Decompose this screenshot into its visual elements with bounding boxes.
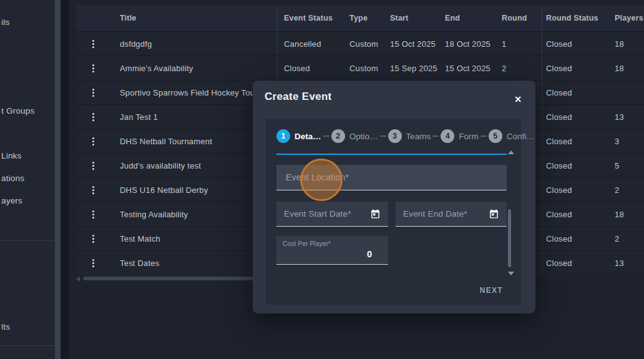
sidebar-item-results[interactable]: lts	[1, 322, 10, 332]
cell-round-status: Closed	[542, 154, 608, 177]
scroll-down-icon[interactable]	[508, 272, 514, 275]
cell-round-status: Closed	[542, 129, 608, 153]
cell-round-status: Closed	[542, 32, 608, 56]
cell-players: 2	[608, 178, 644, 202]
cell-round-status: Closed	[542, 227, 608, 250]
cell-title: Judd's availability test	[106, 154, 278, 177]
header-title: Title	[106, 5, 278, 31]
event-location-input[interactable]: Event Location*	[276, 165, 507, 190]
step-number: 4	[441, 129, 454, 143]
cell-players: 18	[608, 32, 644, 56]
cell-title: dsfdgdfg	[106, 32, 278, 56]
sidebar-item-players[interactable]: ayers	[1, 196, 22, 205]
header-end: End	[440, 5, 496, 31]
row-menu-icon[interactable]	[90, 86, 97, 99]
cell-title: Testing Availability	[106, 202, 278, 226]
event-start-date-input[interactable]: Event Start Date*	[276, 202, 388, 227]
cost-per-player-input[interactable]: Cost Per Player* 0	[276, 236, 388, 265]
step-label: Confi…	[507, 132, 535, 141]
cell-round-status: Closed	[542, 202, 608, 226]
step-options[interactable]: 2 Optio…	[331, 129, 378, 143]
sidebar-divider	[0, 240, 55, 241]
step-details[interactable]: 1 Deta…	[276, 129, 321, 143]
cell-event-status: Closed	[278, 56, 342, 80]
modal-title: Create Event	[265, 91, 332, 103]
cell-players: 13	[608, 105, 644, 129]
cell-players: 5	[608, 154, 644, 177]
row-menu-icon[interactable]	[90, 232, 97, 245]
calendar-icon[interactable]	[370, 209, 381, 219]
calendar-icon[interactable]	[489, 209, 499, 219]
header-players: Players	[608, 5, 644, 31]
event-end-date-label: Event End Date*	[403, 209, 467, 219]
header-type: Type	[342, 5, 385, 31]
event-start-date-label: Event Start Date*	[284, 209, 351, 219]
cell-round-status: Closed	[542, 105, 608, 129]
step-label: Deta…	[295, 132, 321, 141]
sidebar: ils t Groups Links ations ayers lts	[0, 0, 55, 359]
cell-round-status: Closed	[542, 178, 608, 202]
step-number: 5	[489, 129, 502, 143]
cell-start: 15 Sep 2025	[385, 56, 440, 80]
cell-players: 3	[608, 129, 644, 153]
sidebar-item[interactable]: ations	[1, 174, 24, 183]
table-row[interactable]: dsfdgdfg Cancelled Custom 15 Oct 2025 18…	[76, 31, 644, 56]
cell-title: Sportivo Sparrows Field Hockey Tournam	[106, 81, 278, 104]
cell-round-status: Closed	[542, 81, 608, 104]
cost-per-player-value: 0	[367, 249, 372, 259]
table-hscroll-left-icon[interactable]	[76, 277, 80, 282]
header-event-status: Event Status	[278, 5, 342, 31]
header-start: Start	[385, 5, 440, 31]
event-end-date-input[interactable]: Event End Date*	[396, 202, 507, 227]
form-vscroll-thumb[interactable]	[508, 209, 511, 267]
step-label: Form	[459, 132, 479, 141]
step-connector	[323, 135, 329, 137]
cell-round: 2	[496, 56, 542, 80]
sidebar-item-links[interactable]: Links	[1, 151, 22, 160]
row-menu-icon[interactable]	[90, 62, 97, 75]
row-menu-icon[interactable]	[90, 257, 97, 270]
table-header-row: Title Event Status Type Start End Round …	[76, 5, 644, 31]
header-menu-column	[76, 5, 106, 31]
step-connector	[432, 135, 439, 137]
step-label: Teams	[406, 132, 431, 141]
row-menu-icon[interactable]	[90, 111, 97, 124]
row-menu-icon[interactable]	[90, 208, 97, 221]
scroll-up-icon[interactable]	[508, 150, 514, 154]
cell-title: Test Match	[106, 227, 278, 250]
event-location-placeholder: Event Location*	[286, 172, 349, 182]
step-teams[interactable]: 3 Teams	[388, 129, 431, 143]
step-number: 2	[331, 129, 345, 143]
sidebar-scrollbar[interactable]	[55, 0, 61, 359]
cell-end: 18 Oct 2025	[440, 32, 496, 56]
cost-per-player-label: Cost Per Player*	[283, 240, 331, 247]
cell-type: Custom	[342, 56, 385, 80]
row-menu-icon[interactable]	[90, 184, 97, 197]
row-menu-icon[interactable]	[90, 135, 97, 148]
cell-round: 1	[496, 32, 542, 56]
cell-title: Ammie's Availability	[106, 56, 278, 80]
close-icon[interactable]: ✕	[512, 93, 524, 106]
table-row[interactable]: Ammie's Availability Closed Custom 15 Se…	[76, 56, 644, 80]
step-label: Optio…	[349, 132, 378, 141]
step-number: 3	[388, 129, 402, 143]
cell-type: Custom	[342, 32, 385, 56]
step-confirm[interactable]: 5 Confi…	[489, 129, 535, 143]
sidebar-item[interactable]: ils	[1, 17, 9, 27]
cell-event-status: Cancelled	[278, 32, 342, 56]
cell-players: 2	[608, 227, 644, 250]
next-button[interactable]: NEXT	[476, 285, 507, 295]
cell-end: 15 Oct 2025	[440, 56, 496, 80]
step-form[interactable]: 4 Form	[441, 129, 479, 143]
row-menu-icon[interactable]	[90, 159, 97, 172]
sidebar-item-event-groups[interactable]: t Groups	[1, 106, 34, 116]
sidebar-divider	[0, 345, 55, 346]
stepper: 1 Deta… 2 Optio… 3 Teams 4 Form 5 Confi…	[276, 129, 519, 143]
step-connector	[481, 135, 487, 137]
row-menu-icon[interactable]	[90, 37, 97, 51]
step-connector	[380, 135, 386, 137]
cell-title: DHS Netball Tournament	[106, 129, 278, 153]
cell-round-status: Closed	[542, 251, 608, 275]
cell-round-status: Closed	[542, 56, 608, 80]
cell-players: 18	[608, 56, 644, 80]
